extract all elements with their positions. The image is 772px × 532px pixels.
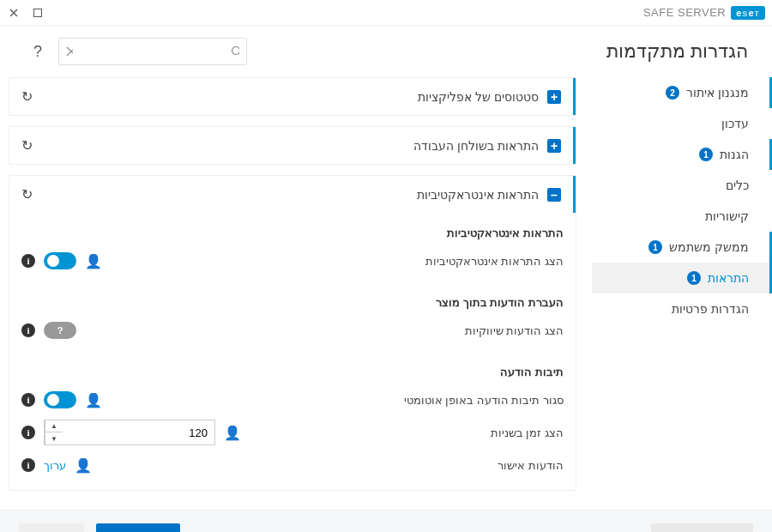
default-button[interactable]: ברירת מחדל bbox=[651, 523, 753, 533]
sidebar: מנגנון איתור 2 עדכון הגנות 1 כלים קישורי… bbox=[592, 74, 772, 510]
search-input[interactable] bbox=[80, 45, 224, 58]
sidebar-item-connectivity[interactable]: קישוריות bbox=[592, 201, 772, 232]
toggle-marketing-locked[interactable] bbox=[44, 322, 76, 339]
edit-link[interactable]: ערוך bbox=[44, 459, 66, 472]
search-box[interactable] bbox=[58, 38, 247, 65]
revert-icon[interactable]: ↻ bbox=[21, 137, 33, 154]
sidebar-badge: 1 bbox=[699, 148, 713, 161]
row-label-show-interactive: הצג התראות אינטראקטיביות bbox=[425, 255, 564, 268]
sidebar-item-notifications[interactable]: התראות 1 bbox=[592, 263, 772, 293]
sidebar-item-label: הגנות bbox=[720, 148, 749, 161]
timeout-input[interactable] bbox=[63, 420, 214, 444]
info-icon[interactable]: i bbox=[21, 323, 35, 337]
sidebar-item-protections[interactable]: הגנות 1 bbox=[592, 139, 772, 170]
info-icon[interactable]: i bbox=[21, 393, 35, 407]
panel-interactive-notifications: – התראות אינטראקטיביות ↻ התראות אינטראקט… bbox=[9, 175, 576, 491]
sidebar-item-label: הגדרות פרטיות bbox=[672, 302, 749, 316]
cancel-button[interactable]: ביטול bbox=[19, 523, 84, 533]
window-controls bbox=[7, 6, 45, 20]
sidebar-item-label: מנגנון איתור bbox=[686, 86, 749, 100]
revert-icon[interactable]: ↻ bbox=[21, 88, 33, 105]
user-icon: 👤 bbox=[85, 253, 102, 269]
sidebar-item-label: ממשק משתמש bbox=[669, 240, 749, 254]
brand-logo: eseт SAFE SERVER bbox=[643, 6, 765, 20]
info-icon[interactable]: i bbox=[21, 426, 35, 439]
sidebar-item-detection-engine[interactable]: מנגנון איתור 2 bbox=[592, 77, 772, 108]
sidebar-badge: 2 bbox=[666, 86, 679, 100]
panel-title: התראות בשולחן העבודה bbox=[413, 139, 539, 153]
svg-point-1 bbox=[232, 47, 239, 55]
section-title-interactive: התראות אינטראקטיביות bbox=[21, 227, 564, 239]
row-label-autoclose: סגור תיבות הודעה באופן אוטומטי bbox=[404, 394, 564, 407]
sidebar-item-ui[interactable]: ממשק משתמש 1 bbox=[592, 232, 772, 263]
user-icon: 👤 bbox=[85, 392, 102, 408]
sidebar-item-label: התראות bbox=[708, 271, 749, 285]
sidebar-item-tools[interactable]: כלים bbox=[592, 170, 772, 201]
revert-icon[interactable]: ↻ bbox=[21, 186, 33, 203]
ok-button[interactable]: אישור bbox=[96, 523, 180, 533]
content-area: + סטטוסים של אפליקציות ↻ + התראות בשולחן… bbox=[0, 74, 592, 510]
section-title-msgboxes: תיבות הודעה bbox=[21, 366, 564, 378]
expand-icon[interactable]: + bbox=[547, 90, 561, 104]
panel-app-statuses: + סטטוסים של אפליקציות ↻ bbox=[9, 77, 576, 116]
row-label-confirm-msgs: הודעות אישור bbox=[498, 459, 564, 472]
info-icon[interactable]: i bbox=[21, 458, 35, 472]
eset-logo-badge: eseт bbox=[731, 6, 765, 20]
help-button[interactable]: ? bbox=[24, 38, 51, 65]
brand-product-name: SAFE SERVER bbox=[643, 6, 726, 19]
panel-title: התראות אינטראקטיביות bbox=[417, 188, 539, 202]
sidebar-badge: 1 bbox=[687, 271, 701, 285]
timeout-input-wrapper: ▲ ▼ bbox=[44, 420, 215, 445]
panel-desktop-notifications: + התראות בשולחן העבודה ↻ bbox=[9, 126, 576, 165]
search-icon bbox=[231, 45, 239, 57]
sidebar-badge: 1 bbox=[648, 240, 662, 254]
page-title: הגדרות מתקדמות bbox=[606, 40, 748, 63]
collapse-icon[interactable]: – bbox=[547, 188, 561, 202]
sidebar-item-label: כלים bbox=[726, 178, 749, 192]
panel-title: סטטוסים של אפליקציות bbox=[418, 90, 539, 104]
spinner-up[interactable]: ▲ bbox=[45, 420, 63, 432]
info-icon[interactable]: i bbox=[21, 254, 35, 268]
user-icon: 👤 bbox=[75, 457, 92, 474]
expand-icon[interactable]: + bbox=[547, 139, 561, 153]
svg-rect-0 bbox=[34, 9, 42, 16]
close-button[interactable] bbox=[7, 6, 21, 20]
sidebar-item-privacy[interactable]: הגדרות פרטיות bbox=[592, 293, 772, 324]
footer: ברירת מחדל אישור ביטול bbox=[0, 510, 772, 532]
sidebar-item-label: קישוריות bbox=[705, 209, 749, 223]
sidebar-item-label: עדכון bbox=[721, 117, 749, 130]
toggle-show-interactive[interactable] bbox=[44, 252, 76, 269]
user-icon: 👤 bbox=[224, 425, 241, 441]
spinner-down[interactable]: ▼ bbox=[45, 432, 63, 444]
section-title-in-product: העברת הודעות בתוך מוצר bbox=[21, 296, 564, 309]
clear-search-icon[interactable] bbox=[66, 46, 73, 57]
row-label-timeout: הצג זמן בשניות bbox=[491, 426, 564, 439]
toggle-autoclose[interactable] bbox=[44, 391, 76, 408]
row-label-marketing: הצג הודעות שיווקיות bbox=[465, 324, 564, 337]
sidebar-item-update[interactable]: עדכון bbox=[592, 108, 772, 139]
maximize-button[interactable] bbox=[31, 6, 45, 20]
